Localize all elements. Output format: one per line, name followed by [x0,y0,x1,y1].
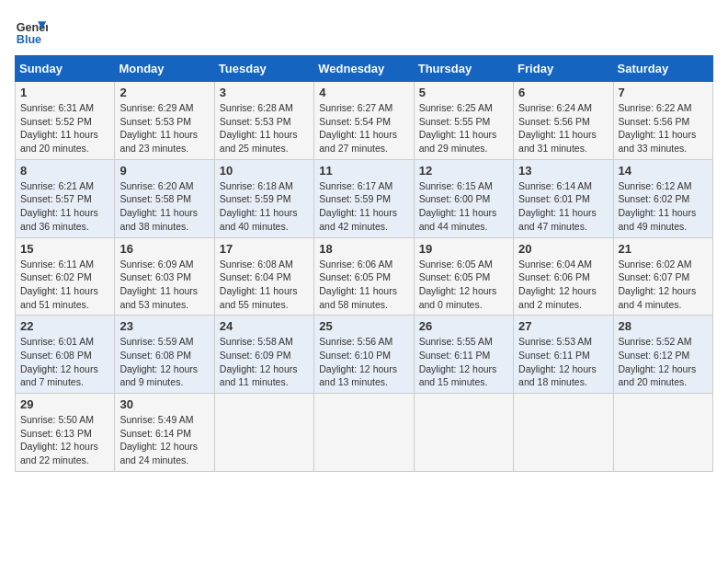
day-info: Sunrise: 5:55 AM Sunset: 6:11 PM Dayligh… [419,335,508,389]
column-header-sunday: Sunday [16,56,115,82]
day-info: Sunrise: 6:11 AM Sunset: 6:02 PM Dayligh… [20,258,109,312]
column-header-tuesday: Tuesday [214,56,313,82]
calendar-header-row: SundayMondayTuesdayWednesdayThursdayFrid… [16,56,713,82]
day-info: Sunrise: 5:53 AM Sunset: 6:11 PM Dayligh… [518,335,608,389]
calendar-cell: 4 Sunrise: 6:27 AM Sunset: 5:54 PM Dayli… [314,82,414,160]
page-header: General Blue [15,15,713,48]
day-number: 15 [20,242,109,256]
column-header-wednesday: Wednesday [314,56,414,82]
day-info: Sunrise: 6:15 AM Sunset: 6:00 PM Dayligh… [419,179,508,234]
calendar-cell: 24 Sunrise: 5:58 AM Sunset: 6:09 PM Dayl… [214,316,313,394]
column-header-saturday: Saturday [613,56,712,82]
day-info: Sunrise: 6:27 AM Sunset: 5:54 PM Dayligh… [319,101,408,155]
day-number: 1 [20,86,109,99]
calendar-cell: 17 Sunrise: 6:08 AM Sunset: 6:04 PM Dayl… [214,237,313,316]
day-info: Sunrise: 6:21 AM Sunset: 5:57 PM Dayligh… [20,179,109,234]
calendar-cell: 10 Sunrise: 6:18 AM Sunset: 5:59 PM Dayl… [214,159,313,237]
calendar-week-row: 22 Sunrise: 6:01 AM Sunset: 6:08 PM Dayl… [16,316,713,394]
day-number: 16 [119,242,209,256]
day-info: Sunrise: 6:14 AM Sunset: 6:01 PM Dayligh… [518,179,608,234]
day-number: 14 [619,164,708,178]
day-info: Sunrise: 6:01 AM Sunset: 6:08 PM Dayligh… [20,335,109,389]
day-info: Sunrise: 6:05 AM Sunset: 6:05 PM Dayligh… [419,258,508,312]
calendar-cell: 1 Sunrise: 6:31 AM Sunset: 5:52 PM Dayli… [16,82,115,160]
day-info: Sunrise: 6:08 AM Sunset: 6:04 PM Dayligh… [220,258,309,312]
column-header-monday: Monday [115,56,214,82]
day-number: 3 [220,86,309,99]
calendar-week-row: 8 Sunrise: 6:21 AM Sunset: 5:57 PM Dayli… [16,159,713,237]
day-info: Sunrise: 5:49 AM Sunset: 6:14 PM Dayligh… [119,413,209,467]
calendar-cell: 5 Sunrise: 6:25 AM Sunset: 5:55 PM Dayli… [414,82,513,160]
day-info: Sunrise: 6:02 AM Sunset: 6:07 PM Dayligh… [619,258,708,312]
calendar-week-row: 29 Sunrise: 5:50 AM Sunset: 6:13 PM Dayl… [16,394,713,472]
day-info: Sunrise: 6:04 AM Sunset: 6:06 PM Dayligh… [518,258,608,312]
logo-icon: General Blue [15,15,48,48]
calendar-cell: 15 Sunrise: 6:11 AM Sunset: 6:02 PM Dayl… [16,237,115,316]
calendar-cell: 12 Sunrise: 6:15 AM Sunset: 6:00 PM Dayl… [414,159,513,237]
day-info: Sunrise: 6:09 AM Sunset: 6:03 PM Dayligh… [119,258,209,312]
calendar-cell: 14 Sunrise: 6:12 AM Sunset: 6:02 PM Dayl… [613,159,712,237]
calendar-cell: 16 Sunrise: 6:09 AM Sunset: 6:03 PM Dayl… [115,237,214,316]
day-info: Sunrise: 6:29 AM Sunset: 5:53 PM Dayligh… [119,101,209,155]
day-number: 4 [319,86,408,99]
calendar-cell [514,394,613,472]
day-number: 30 [119,397,209,411]
day-number: 21 [619,242,708,256]
calendar-cell: 8 Sunrise: 6:21 AM Sunset: 5:57 PM Dayli… [16,159,115,237]
day-info: Sunrise: 6:12 AM Sunset: 6:02 PM Dayligh… [619,179,708,234]
calendar-cell: 9 Sunrise: 6:20 AM Sunset: 5:58 PM Dayli… [115,159,214,237]
calendar-cell: 27 Sunrise: 5:53 AM Sunset: 6:11 PM Dayl… [514,316,613,394]
day-info: Sunrise: 5:59 AM Sunset: 6:08 PM Dayligh… [119,335,209,389]
calendar-cell [214,394,313,472]
day-info: Sunrise: 6:17 AM Sunset: 5:59 PM Dayligh… [319,179,408,234]
day-number: 7 [619,86,708,99]
column-header-friday: Friday [514,56,613,82]
day-number: 28 [619,319,708,333]
calendar-cell: 3 Sunrise: 6:28 AM Sunset: 5:53 PM Dayli… [214,82,313,160]
calendar-cell: 13 Sunrise: 6:14 AM Sunset: 6:01 PM Dayl… [514,159,613,237]
day-number: 27 [518,319,608,333]
day-info: Sunrise: 6:25 AM Sunset: 5:55 PM Dayligh… [419,101,508,155]
day-info: Sunrise: 5:56 AM Sunset: 6:10 PM Dayligh… [319,335,408,389]
calendar-cell: 7 Sunrise: 6:22 AM Sunset: 5:56 PM Dayli… [613,82,712,160]
day-info: Sunrise: 6:18 AM Sunset: 5:59 PM Dayligh… [220,179,309,234]
day-info: Sunrise: 6:31 AM Sunset: 5:52 PM Dayligh… [20,101,109,155]
calendar-table: SundayMondayTuesdayWednesdayThursdayFrid… [15,55,713,472]
calendar-cell: 23 Sunrise: 5:59 AM Sunset: 6:08 PM Dayl… [115,316,214,394]
day-number: 17 [220,242,309,256]
day-info: Sunrise: 6:06 AM Sunset: 6:05 PM Dayligh… [319,258,408,312]
calendar-week-row: 15 Sunrise: 6:11 AM Sunset: 6:02 PM Dayl… [16,237,713,316]
day-info: Sunrise: 5:52 AM Sunset: 6:12 PM Dayligh… [619,335,708,389]
day-number: 9 [119,164,209,178]
calendar-cell: 21 Sunrise: 6:02 AM Sunset: 6:07 PM Dayl… [613,237,712,316]
day-number: 2 [119,86,209,99]
day-info: Sunrise: 6:24 AM Sunset: 5:56 PM Dayligh… [518,101,608,155]
day-info: Sunrise: 6:22 AM Sunset: 5:56 PM Dayligh… [619,101,708,155]
calendar-cell: 22 Sunrise: 6:01 AM Sunset: 6:08 PM Dayl… [16,316,115,394]
calendar-cell [314,394,414,472]
calendar-cell: 30 Sunrise: 5:49 AM Sunset: 6:14 PM Dayl… [115,394,214,472]
day-number: 5 [419,86,508,99]
calendar-cell: 18 Sunrise: 6:06 AM Sunset: 6:05 PM Dayl… [314,237,414,316]
day-number: 18 [319,242,408,256]
day-number: 8 [20,164,109,178]
day-number: 24 [220,319,309,333]
day-number: 19 [419,242,508,256]
column-header-thursday: Thursday [414,56,513,82]
calendar-cell: 20 Sunrise: 6:04 AM Sunset: 6:06 PM Dayl… [514,237,613,316]
calendar-cell: 26 Sunrise: 5:55 AM Sunset: 6:11 PM Dayl… [414,316,513,394]
day-number: 10 [220,164,309,178]
day-info: Sunrise: 5:58 AM Sunset: 6:09 PM Dayligh… [220,335,309,389]
calendar-cell: 11 Sunrise: 6:17 AM Sunset: 5:59 PM Dayl… [314,159,414,237]
day-number: 29 [20,397,109,411]
day-info: Sunrise: 5:50 AM Sunset: 6:13 PM Dayligh… [20,413,109,467]
day-info: Sunrise: 6:28 AM Sunset: 5:53 PM Dayligh… [220,101,309,155]
calendar-cell: 25 Sunrise: 5:56 AM Sunset: 6:10 PM Dayl… [314,316,414,394]
day-number: 11 [319,164,408,178]
logo: General Blue [15,15,48,48]
day-number: 26 [419,319,508,333]
calendar-cell: 29 Sunrise: 5:50 AM Sunset: 6:13 PM Dayl… [16,394,115,472]
day-number: 25 [319,319,408,333]
calendar-cell [613,394,712,472]
day-number: 13 [518,164,608,178]
